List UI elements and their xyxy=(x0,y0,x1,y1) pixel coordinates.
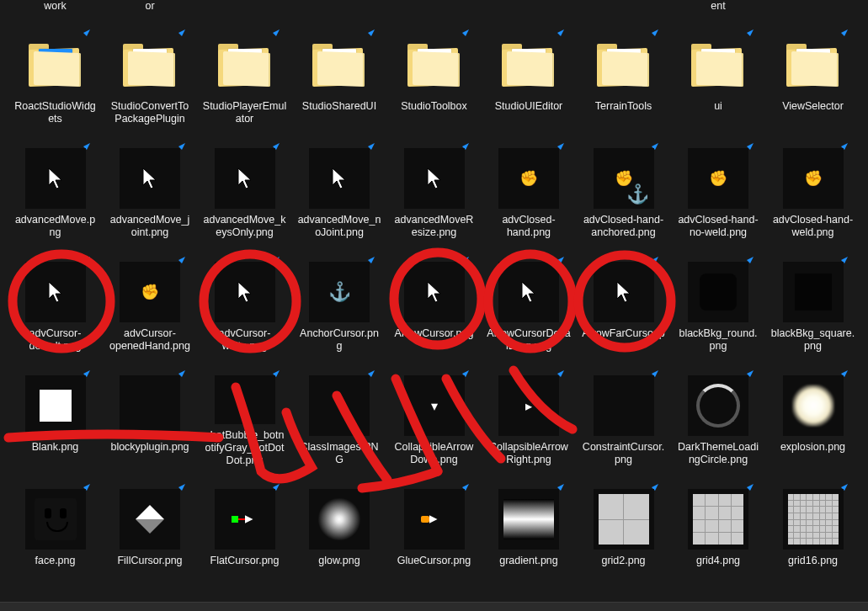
file-item[interactable]: blackBkg_square.png xyxy=(766,240,860,353)
hand-icon: ✊ xyxy=(141,283,159,301)
file-label: ConstraintCursor.png xyxy=(582,441,666,466)
file-item[interactable]: DarkThemeLoadingCircle.png xyxy=(672,353,765,467)
blank-icon xyxy=(40,390,72,422)
file-item[interactable]: blockyplugin.png xyxy=(104,353,197,467)
file-item[interactable]: ⚓AnchorCursor.png xyxy=(293,240,386,353)
file-label: advCursor-white.png xyxy=(203,327,287,353)
grid2-icon xyxy=(599,494,649,545)
file-item[interactable]: ✊⚓advClosed-hand-anchored.png xyxy=(577,126,670,240)
file-label: GlueCursor.png xyxy=(392,555,477,567)
file-item[interactable]: Blank.png xyxy=(8,353,102,467)
file-label: ViewSelector xyxy=(771,100,855,113)
file-item[interactable]: advancedMove_keysOnly.png xyxy=(198,126,291,240)
file-thumbnail xyxy=(498,262,559,322)
file-label: advancedMove_keysOnly.png xyxy=(203,214,287,239)
loading-ring-icon xyxy=(696,384,740,428)
file-label: FillCursor.png xyxy=(108,555,192,567)
file-label: ArrowCursorDecalDrag.png xyxy=(487,327,571,353)
file-label: explosion.png xyxy=(771,441,855,454)
file-thumbnail xyxy=(404,262,465,322)
file-label: ArrowCursor.png xyxy=(392,327,477,340)
folder-icon xyxy=(502,44,556,86)
file-thumbnail xyxy=(25,489,86,550)
file-item[interactable]: ✊advClosed-hand.png xyxy=(482,126,576,240)
file-item[interactable]: advancedMove_joint.png xyxy=(104,126,197,240)
file-item[interactable]: ▸CollapsibleArrowRight.png xyxy=(482,353,576,467)
file-item[interactable]: grid2.png xyxy=(577,467,670,581)
file-item[interactable]: advancedMove_noJoint.png xyxy=(293,126,386,240)
file-label: advCursor-openedHand.png xyxy=(108,327,192,353)
top-label: or xyxy=(108,0,192,13)
file-label: Blank.png xyxy=(13,441,98,454)
file-item[interactable]: explosion.png xyxy=(766,353,860,467)
file-label: advCursor-default.png xyxy=(13,327,98,353)
file-item[interactable]: blackBkg_round.png xyxy=(672,240,765,353)
file-thumbnail xyxy=(120,489,180,550)
top-label: ent xyxy=(676,0,760,13)
file-item[interactable]: face.png xyxy=(8,467,102,581)
file-thumbnail xyxy=(688,375,748,436)
file-item[interactable]: StudioUIEditor xyxy=(482,13,576,126)
file-item[interactable]: ClassImages.PNG xyxy=(293,353,386,467)
file-thumbnail xyxy=(215,375,275,424)
file-thumbnail: ✊ xyxy=(120,262,180,322)
file-thumbnail: ✊⚓ xyxy=(594,148,654,209)
file-thumbnail xyxy=(120,148,180,209)
top-cell: work xyxy=(8,0,102,13)
file-item[interactable]: advancedMoveResize.png xyxy=(387,126,481,240)
file-thumbnail xyxy=(594,375,654,436)
file-item[interactable]: ✊advClosed-hand-no-weld.png xyxy=(672,126,765,240)
file-thumbnail xyxy=(594,262,654,322)
file-item[interactable]: ViewSelector xyxy=(766,13,860,126)
file-item[interactable]: StudioPlayerEmulator xyxy=(198,13,291,126)
file-item[interactable]: advCursor-default.png xyxy=(8,240,102,353)
file-item[interactable]: StudioConvertToPackagePlugin xyxy=(104,13,197,126)
file-label: blackBkg_round.png xyxy=(676,327,760,353)
file-item[interactable]: FillCursor.png xyxy=(104,467,197,581)
file-item[interactable]: TerrainTools xyxy=(577,13,670,126)
file-item[interactable]: ArrowCursor.png xyxy=(387,240,481,353)
grid16-icon xyxy=(788,494,839,545)
file-label: ClassImages.PNG xyxy=(297,441,381,466)
file-item[interactable]: grid4.png xyxy=(672,467,765,581)
folder-icon xyxy=(218,44,272,86)
file-item[interactable]: ui xyxy=(672,13,765,126)
file-item[interactable]: advancedMove.png xyxy=(8,126,102,240)
file-item[interactable]: advCursor-white.png xyxy=(198,240,291,353)
file-item[interactable]: ArrowCursorDecalDrag.png xyxy=(482,240,576,353)
file-thumbnail: ✊ xyxy=(498,148,559,209)
file-thumbnail xyxy=(120,375,180,436)
file-label: grid4.png xyxy=(676,555,760,567)
flat-cursor-icon xyxy=(232,513,258,525)
file-item[interactable]: gradient.png xyxy=(482,467,576,581)
anchor-icon: ⚓ xyxy=(328,281,351,303)
rounded-square-icon xyxy=(700,274,737,311)
file-thumbnail xyxy=(594,489,654,550)
file-item[interactable]: StudioSharedUI xyxy=(293,13,386,126)
file-item[interactable]: ✊advCursor-openedHand.png xyxy=(104,240,197,353)
file-item[interactable]: GlueCursor.png xyxy=(387,467,481,581)
file-thumbnail xyxy=(215,262,275,322)
file-item[interactable]: StudioToolbox xyxy=(387,13,481,126)
file-grid: RoactStudioWidgetsStudioConvertToPackage… xyxy=(0,13,868,581)
file-item[interactable]: chatBubble_botnotifyGray_dotDotDot.png xyxy=(198,353,291,467)
file-thumbnail xyxy=(404,489,465,550)
file-item[interactable]: ▾CollapsibleArrowDown.png xyxy=(387,353,481,467)
file-thumbnail xyxy=(688,489,748,550)
taskbar[interactable] xyxy=(0,602,868,611)
file-item[interactable]: FlatCursor.png xyxy=(198,467,291,581)
file-label: advancedMoveResize.png xyxy=(392,214,477,239)
folder-icon xyxy=(123,44,177,86)
file-label: blockyplugin.png xyxy=(108,441,192,454)
file-thumbnail xyxy=(688,262,748,322)
file-label: CollapsibleArrowDown.png xyxy=(392,441,477,466)
face-icon xyxy=(35,498,77,540)
file-item[interactable]: grid16.png xyxy=(766,467,860,581)
file-item[interactable]: ✊advClosed-hand-weld.png xyxy=(766,126,860,240)
file-item[interactable]: glow.png xyxy=(293,467,386,581)
file-item[interactable]: ConstraintCursor.png xyxy=(577,353,670,467)
file-item[interactable]: RoactStudioWidgets xyxy=(8,13,102,126)
file-item[interactable]: ArrowFarCursor.png xyxy=(577,240,670,353)
file-label: advClosed-hand-no-weld.png xyxy=(676,214,760,239)
fill-cursor-icon xyxy=(136,505,164,534)
